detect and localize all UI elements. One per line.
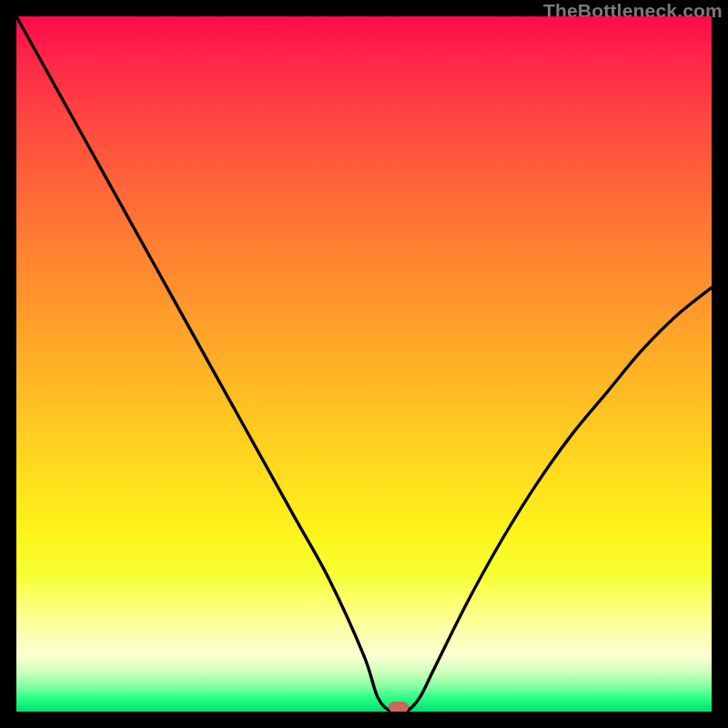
- min-marker: [389, 702, 409, 712]
- bottleneck-curve: [16, 16, 712, 712]
- chart-frame: TheBottleneck.com: [0, 0, 728, 728]
- plot-area: [16, 16, 712, 712]
